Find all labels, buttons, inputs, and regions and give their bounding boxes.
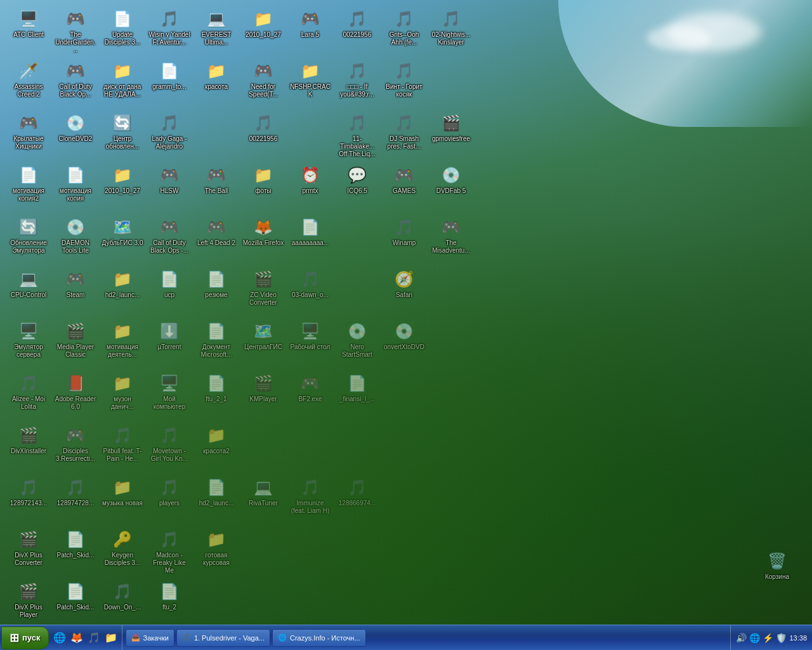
desktop-icon-gotovaya-kursovaya[interactable]: 📁готовая курсовая bbox=[194, 527, 239, 578]
desktop-icon-vint-gorit[interactable]: 🎵Винт - Горит косяк bbox=[382, 58, 426, 109]
desktop-icon-clonedvd2[interactable]: 💿CloneDVD2 bbox=[53, 110, 98, 161]
desktop-icon-dubgis[interactable]: 🗺️ДубльГИС 3.0 bbox=[100, 215, 145, 265]
desktop-icon-hlsw[interactable]: 🎮HLSW bbox=[147, 162, 192, 213]
desktop-icon-zc-video[interactable]: 🎬ZC Video Converter bbox=[241, 267, 285, 317]
desktop-icon-hd2-launc2[interactable]: 📄hd2_launc... bbox=[194, 475, 239, 526]
taskbar-app-pulsedriver[interactable]: 🎵 1. Pulsedriver - Vaga... bbox=[176, 629, 270, 647]
desktop-icon-icq65[interactable]: 💬ICQ6.5 bbox=[335, 162, 379, 213]
desktop-icon-assassins-creed[interactable]: 🗡️Assassins Creed 2 bbox=[6, 58, 51, 109]
desktop-icon-madcon[interactable]: 🎵Madcon - Freaky Like Me bbox=[147, 527, 192, 578]
desktop-icon-rezyume[interactable]: 📄резюме bbox=[194, 267, 239, 317]
desktop-icon-03-dawn[interactable]: 🎵03-dawn_o... bbox=[288, 267, 332, 317]
desktop-icon-convert-dvd[interactable]: 💿onvertXtoDVD bbox=[382, 319, 426, 369]
desktop-icon-media-player[interactable]: 🎬Media Player Classic bbox=[53, 319, 98, 369]
ql-firefox-icon[interactable]: 🦊 bbox=[69, 630, 84, 646]
desktop-icon-everest[interactable]: 💻EVEREST Ultima... bbox=[194, 6, 239, 57]
desktop-icon-nero-smart[interactable]: 💿Nero StartSmart bbox=[335, 319, 379, 369]
desktop-icon-ftu21[interactable]: 📄ftu_2_1 bbox=[194, 371, 239, 421]
desktop-icon-lady-gaga[interactable]: 🎵Lady Gaga - Alejandro bbox=[147, 110, 192, 161]
tray-sound-icon[interactable]: 🔊 bbox=[736, 633, 747, 643]
desktop-icon-update-disciples[interactable]: 📄Update Disciples 3... bbox=[100, 6, 145, 57]
desktop-icon-dj-smash[interactable]: 🎵DJ Smash pres. Fast... bbox=[382, 110, 426, 161]
desktop-icon-krasota2[interactable]: 📁красота2 bbox=[194, 423, 239, 474]
desktop-icon-the-ball[interactable]: 🎮The Ball bbox=[194, 162, 239, 213]
desktop-icon-obnovlenie-emulyatora[interactable]: 🔄Обновление Эмулятора bbox=[6, 215, 51, 265]
desktop-icon-call-of-duty[interactable]: 🎮Call of Duty Black Op... bbox=[53, 58, 98, 109]
desktop-icon-down-on[interactable]: 🎵Down_On_... bbox=[100, 579, 145, 625]
tray-battery-icon[interactable]: ⚡ bbox=[763, 633, 773, 643]
taskbar-app-zakachki[interactable]: 📥 Закачки bbox=[126, 629, 174, 647]
desktop-icon-moy-komp[interactable]: 🖥️Мой компьютер bbox=[147, 371, 192, 421]
desktop-icon-krylatyie[interactable]: 🎮Крылатые Хищники bbox=[6, 110, 51, 161]
desktop-icon-aaaaaaa[interactable]: 📄ааааааааа... bbox=[288, 215, 332, 265]
desktop-icon-mozilla-firefox[interactable]: 🦊Mozilla Firefox bbox=[241, 215, 285, 265]
desktop-icon-keygen-disciples[interactable]: 🔑Keygen Disciples 3... bbox=[100, 527, 145, 578]
desktop-icon-rivatuner[interactable]: 💻RivaTuner bbox=[241, 475, 285, 526]
system-clock[interactable]: 13:38 bbox=[789, 634, 807, 642]
desktop-icon-128866974[interactable]: 🎵128866974... bbox=[335, 475, 379, 526]
desktop-icon-foto[interactable]: 📁фоты bbox=[241, 162, 285, 213]
tray-security-icon[interactable]: 🛡️ bbox=[776, 633, 787, 643]
desktop-icon-movetown[interactable]: 🎵Movetown - Girl You Kn... bbox=[147, 423, 192, 474]
taskbar-app-crazys[interactable]: 🌐 Crazys.Info - Источн... bbox=[272, 629, 366, 647]
desktop-icon-immunize[interactable]: 🎵Immunize (feat. Liam H) bbox=[288, 475, 332, 526]
desktop-icon-atc-client[interactable]: 🖥️ATC Client bbox=[6, 6, 51, 57]
desktop-icon-kmplayer[interactable]: 🎬KMPlayer bbox=[241, 371, 285, 421]
desktop-icon-finansi[interactable]: 📄_finansi_l_... bbox=[335, 371, 379, 421]
desktop-icon-00221956-2[interactable]: 🎵00221956 bbox=[241, 110, 285, 161]
tray-network-icon[interactable]: 🌐 bbox=[749, 633, 760, 643]
desktop-icon-if-you[interactable]: 🎵□□□ - If you&#39;r... bbox=[335, 58, 379, 109]
desktop-icon-winamp[interactable]: 🎵Winamp bbox=[382, 215, 426, 265]
desktop-icon-muzyka-novaya[interactable]: 📁музыка новая bbox=[100, 475, 145, 526]
desktop-icon-128972143[interactable]: 🎵128972143... bbox=[6, 475, 51, 526]
desktop-icon-games[interactable]: 🎮GAMES bbox=[382, 162, 426, 213]
desktop-icon-grits-ooh[interactable]: 🎵Grits--Ooh Ahh (fe... bbox=[382, 6, 426, 57]
desktop-icon-dokument-ms[interactable]: 📄Документ Microsoft... bbox=[194, 319, 239, 369]
desktop-icon-divx-plus-player[interactable]: 🎬DivX Plus Player bbox=[6, 579, 51, 625]
desktop-icon-call-of-duty-black[interactable]: 🎮Call of Duty Black Ops -... bbox=[147, 215, 192, 265]
desktop-icon-00221956-1[interactable]: 🎵00221956 bbox=[335, 6, 379, 57]
ql-ie-icon[interactable]: 🌐 bbox=[52, 630, 67, 646]
desktop-icon-motivaciya-kopiya2[interactable]: 📄мотивация копия2 bbox=[6, 162, 51, 213]
desktop-icon-wisin-yandel-aventur[interactable]: 🎵Wisin y Yandel Ft Aventur... bbox=[147, 6, 192, 57]
trash-icon[interactable]: 🗑️ Корзина bbox=[755, 548, 799, 593]
desktop-icon-lara5[interactable]: 🎮Lara 5 bbox=[288, 6, 332, 57]
desktop-icon-divx-plus-converter[interactable]: 🎬DivX Plus Converter bbox=[6, 527, 51, 578]
desktop-icon-cpu-control[interactable]: 💻CPU-Control bbox=[6, 267, 51, 317]
desktop-icon-motivaciya-deyat[interactable]: 📁мотивация деятель... bbox=[100, 319, 145, 369]
desktop-icon-undergardens[interactable]: 🎮The UnderGarden... bbox=[53, 6, 98, 57]
desktop-icon-dvdfab5[interactable]: 💿DVDFab 5 bbox=[429, 162, 473, 213]
desktop-icon-steam[interactable]: 🎮Steam bbox=[53, 267, 98, 317]
ql-folder-icon[interactable]: 📁 bbox=[103, 630, 119, 646]
desktop-icon-players[interactable]: 🎵players bbox=[147, 475, 192, 526]
desktop-icon-patch-skid1[interactable]: 📄Patch_Skid... bbox=[53, 527, 98, 578]
desktop-icon-disc-dana[interactable]: 📁диск от дана НЕ УДАЛА... bbox=[100, 58, 145, 109]
desktop-icon-centralgis[interactable]: 🗺️ЦентралГИС bbox=[241, 319, 285, 369]
desktop-icon-disciples3-resurr[interactable]: 🎮Disciples 3.Resurrecti... bbox=[53, 423, 98, 474]
desktop-icon-alizee[interactable]: 🎵Alizee - Moi Lolita bbox=[6, 371, 51, 421]
desktop-icon-pitbull[interactable]: 🎵Pitbull feat. T-Pain - He... bbox=[100, 423, 145, 474]
desktop-icon-need-for-speed[interactable]: 🎮Need for Speed(T... bbox=[241, 58, 285, 109]
desktop-icon-muzon-danicu[interactable]: 📁музон данич... bbox=[100, 371, 145, 421]
desktop-icon-02-nightwise[interactable]: 🎵02-Nightwis... Kinslayer bbox=[429, 6, 473, 57]
desktop-icon-2010-10-27-2[interactable]: 📁2010_10_27 bbox=[100, 162, 145, 213]
desktop-icon-rabochiy-stol[interactable]: 🖥️Рабочий стол bbox=[288, 319, 332, 369]
desktop-icon-ucp[interactable]: 📄ucp bbox=[147, 267, 192, 317]
desktop-icon-emulyator-servera[interactable]: 🖥️Эмулятор сервера bbox=[6, 319, 51, 369]
desktop-icon-adobe-reader[interactable]: 📕Adobe Reader 6.0 bbox=[53, 371, 98, 421]
desktop-icon-krasota[interactable]: 📁красота bbox=[194, 58, 239, 109]
desktop-icon-hd2-launc1[interactable]: 📁hd2_launc... bbox=[100, 267, 145, 317]
desktop-icon-misadventu[interactable]: 🎮The Misadventu... bbox=[429, 215, 473, 265]
desktop-icon-utorrent[interactable]: ⬇️µTorrent bbox=[147, 319, 192, 369]
desktop-icon-2010-10-27[interactable]: 📁2010_10_27 bbox=[241, 6, 285, 57]
start-button[interactable]: ⊞ пуск bbox=[1, 627, 49, 649]
desktop-icon-motivaciya-kopiya[interactable]: 📄мотивация копия bbox=[53, 162, 98, 213]
desktop-icon-patch-skid2[interactable]: 📄Patch_Skid... bbox=[53, 579, 98, 625]
desktop-icon-gpmoviesfree[interactable]: 🎬gpmoviesfree bbox=[429, 110, 473, 161]
desktop-icon-safari[interactable]: 🧭Safari bbox=[382, 267, 426, 317]
desktop-icon-gramm-to[interactable]: 📄gramm_to... bbox=[147, 58, 192, 109]
desktop-icon-nfshp-crack[interactable]: 📁NFSHP.CRACK bbox=[288, 58, 332, 109]
desktop-icon-128974728[interactable]: 🎵128974728... bbox=[53, 475, 98, 526]
desktop-icon-center-obnovl[interactable]: 🔄Центр обновлен... bbox=[100, 110, 145, 161]
desktop-icon-daemon-tools[interactable]: 💿DAEMON Tools Lite bbox=[53, 215, 98, 265]
